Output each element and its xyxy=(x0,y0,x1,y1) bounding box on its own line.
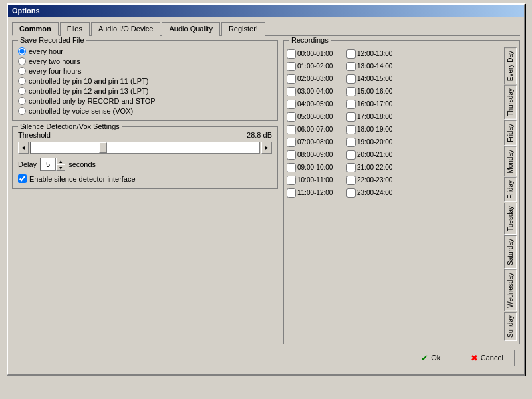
time-check-right[interactable] xyxy=(346,112,356,122)
tab-common[interactable]: Common xyxy=(12,22,59,36)
cancel-button[interactable]: ✖ Cancel xyxy=(460,350,515,366)
threshold-label: Threshold xyxy=(18,131,51,139)
title-bar: Options xyxy=(8,5,524,17)
slider-track[interactable] xyxy=(30,142,260,154)
time-row: 09:00-10:0021:00-22:00 xyxy=(287,161,502,174)
time-label-right: 20:00-21:00 xyxy=(357,151,405,158)
time-label-right: 17:00-18:00 xyxy=(357,113,405,120)
silence-detection-title: Silence Detection/Vox Settings xyxy=(18,122,122,130)
time-check-right[interactable] xyxy=(346,87,356,96)
time-check-left[interactable] xyxy=(287,74,296,84)
spinner-buttons: ▲ ▼ xyxy=(56,158,65,171)
time-label-right: 15:00-16:00 xyxy=(357,88,405,95)
time-label-left: 01:00-02:00 xyxy=(297,63,345,70)
option-every-two-hours[interactable]: every two hours xyxy=(18,57,272,65)
time-check-left[interactable] xyxy=(287,87,296,96)
day-button-thursday[interactable]: Thursday xyxy=(504,85,517,120)
day-button-every-day[interactable]: Every Day xyxy=(504,47,517,84)
time-check-left[interactable] xyxy=(287,163,296,172)
time-check-right[interactable] xyxy=(346,163,356,172)
time-check-right[interactable] xyxy=(346,138,356,147)
time-label-right: 16:00-17:00 xyxy=(357,100,405,108)
threshold-value: -28.8 dB xyxy=(244,131,272,139)
slider-thumb[interactable] xyxy=(99,142,107,153)
time-check-left[interactable] xyxy=(287,150,296,160)
cancel-icon: ✖ xyxy=(471,353,478,363)
threshold-slider: ◄ ► xyxy=(18,142,272,154)
recordings-inner: 00:00-01:0012:00-13:0001:00-02:0013:00-1… xyxy=(287,47,517,341)
time-check-right[interactable] xyxy=(346,188,356,198)
bottom-bar: ✔ Ok ✖ Cancel xyxy=(12,344,520,370)
time-label-right: 12:00-13:00 xyxy=(357,50,405,57)
time-check-right[interactable] xyxy=(346,125,356,134)
enable-silence-detector[interactable]: Enable silence detector interface xyxy=(18,174,272,183)
options-window: Options Common Files Audio I/O Device Au… xyxy=(7,3,525,376)
time-label-right: 18:00-19:00 xyxy=(357,126,405,133)
time-label-right: 21:00-22:00 xyxy=(357,164,405,171)
right-panel: Recordings 00:00-01:0012:00-13:0001:00-0… xyxy=(283,40,520,344)
option-record-stop[interactable]: controlled only by RECORD and STOP xyxy=(18,97,272,105)
time-label-left: 11:00-12:00 xyxy=(297,189,345,196)
time-label-left: 04:00-05:00 xyxy=(297,100,345,108)
time-check-right[interactable] xyxy=(346,62,356,71)
option-every-four-hours[interactable]: every four hours xyxy=(18,67,272,75)
option-every-hour[interactable]: every hour xyxy=(18,47,272,55)
spinner-up[interactable]: ▲ xyxy=(56,158,65,164)
window-title: Options xyxy=(12,7,40,15)
time-check-right[interactable] xyxy=(346,74,356,84)
option-vox[interactable]: controlled by voice sense (VOX) xyxy=(18,107,272,115)
time-row: 05:00-06:0017:00-18:00 xyxy=(287,110,502,123)
day-button-friday[interactable]: Friday xyxy=(504,120,517,146)
spinner-down[interactable]: ▼ xyxy=(56,164,65,171)
time-check-left[interactable] xyxy=(287,188,296,198)
option-pin12-13[interactable]: controlled by pin 12 and pin 13 (LPT) xyxy=(18,87,272,95)
time-check-right[interactable] xyxy=(346,150,356,160)
time-label-left: 10:00-11:00 xyxy=(297,176,345,184)
time-check-left[interactable] xyxy=(287,62,296,71)
enable-checkbox[interactable] xyxy=(18,174,27,183)
ok-button[interactable]: ✔ Ok xyxy=(408,350,454,366)
time-label-right: 22:00-23:00 xyxy=(357,176,405,184)
delay-input[interactable] xyxy=(40,158,56,171)
time-check-left[interactable] xyxy=(287,112,296,122)
day-button-friday2[interactable]: Friday xyxy=(504,177,517,202)
time-row: 10:00-11:0022:00-23:00 xyxy=(287,174,502,186)
threshold-row: Threshold -28.8 dB xyxy=(18,131,272,139)
delay-spinner: ▲ ▼ xyxy=(40,158,65,171)
time-label-left: 06:00-07:00 xyxy=(297,126,345,133)
tab-files[interactable]: Files xyxy=(60,22,90,36)
time-label-left: 07:00-08:00 xyxy=(297,138,345,146)
time-check-right[interactable] xyxy=(346,176,356,185)
day-button-sunday[interactable]: Sunday xyxy=(504,312,517,341)
slider-right-arrow[interactable]: ► xyxy=(261,142,272,154)
time-check-right[interactable] xyxy=(346,49,356,59)
time-label-left: 08:00-09:00 xyxy=(297,151,345,158)
time-check-left[interactable] xyxy=(287,125,296,134)
recordings-group: Recordings 00:00-01:0012:00-13:0001:00-0… xyxy=(283,40,520,344)
time-label-left: 05:00-06:00 xyxy=(297,113,345,120)
time-row: 07:00-08:0019:00-20:00 xyxy=(287,136,502,148)
day-button-saturday[interactable]: Saturday xyxy=(504,235,517,269)
time-row: 00:00-01:0012:00-13:00 xyxy=(287,47,502,60)
time-label-left: 02:00-03:00 xyxy=(297,75,345,82)
silence-detection-group: Silence Detection/Vox Settings Threshold… xyxy=(12,126,278,189)
time-row: 04:00-05:0016:00-17:00 xyxy=(287,98,502,110)
option-pin10-11[interactable]: controlled by pin 10 and pin 11 (LPT) xyxy=(18,77,272,85)
time-check-left[interactable] xyxy=(287,138,296,147)
tab-register[interactable]: Register! xyxy=(221,22,265,36)
day-button-tuesday[interactable]: Tuesday xyxy=(504,203,517,235)
time-check-left[interactable] xyxy=(287,49,296,59)
time-check-left[interactable] xyxy=(287,176,296,185)
save-options: every hour every two hours every four ho… xyxy=(18,47,272,115)
day-button-monday[interactable]: Monday xyxy=(504,146,517,177)
time-label-right: 19:00-20:00 xyxy=(357,138,405,146)
day-button-wednesday[interactable]: Wednesday xyxy=(504,269,517,311)
enable-label: Enable silence detector interface xyxy=(29,175,136,183)
slider-left-arrow[interactable]: ◄ xyxy=(18,142,29,154)
delay-label: Delay xyxy=(18,160,37,168)
tab-audio-io[interactable]: Audio I/O Device xyxy=(91,22,161,36)
time-check-left[interactable] xyxy=(287,100,296,109)
tab-audio-quality[interactable]: Audio Quality xyxy=(162,22,219,36)
tab-bar: Common Files Audio I/O Device Audio Qual… xyxy=(12,21,520,36)
time-check-right[interactable] xyxy=(346,100,356,109)
